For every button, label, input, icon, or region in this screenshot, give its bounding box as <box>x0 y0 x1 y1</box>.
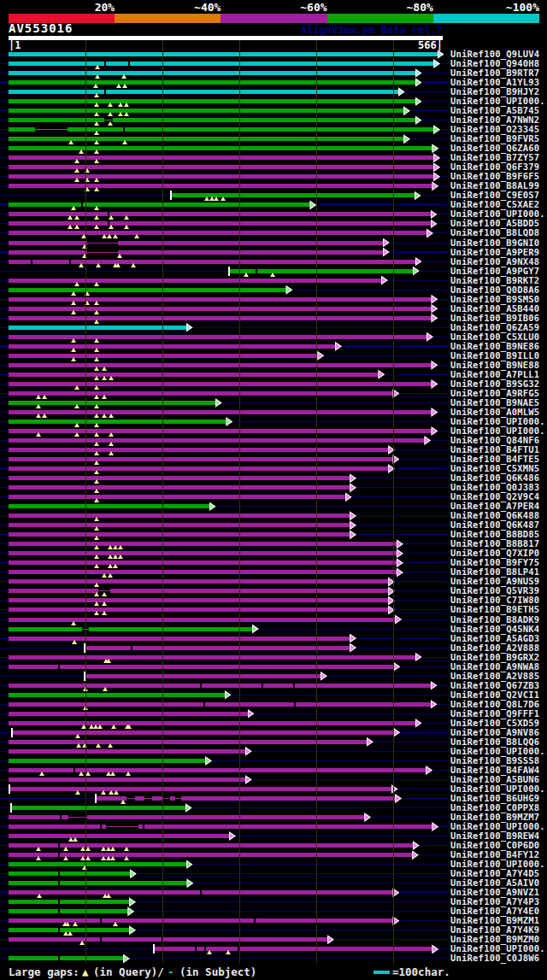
hit-bar[interactable] <box>9 637 350 641</box>
alignment-row[interactable]: UniRef100_Q45NK4 <box>0 625 547 634</box>
hit-bar[interactable] <box>9 570 397 574</box>
alignment-row[interactable]: UniRef100_A9NX48 <box>0 257 547 267</box>
hit-bar[interactable] <box>9 156 434 160</box>
hit-label[interactable]: UniRef100_Q0D8A6 <box>450 285 539 295</box>
hit-bar[interactable] <box>9 721 416 725</box>
hit-label[interactable]: UniRef100_A5AGD3 <box>450 634 539 643</box>
hit-label[interactable]: UniRef100_B8ADK9 <box>450 615 539 625</box>
hit-bar[interactable] <box>9 420 226 424</box>
hit-bar[interactable] <box>9 900 130 904</box>
hit-bar[interactable] <box>9 174 434 179</box>
hit-label[interactable]: UniRef100_A9NWA8 <box>450 662 539 672</box>
hit-bar[interactable] <box>230 269 414 273</box>
hit-bar[interactable] <box>9 495 346 499</box>
hit-bar[interactable] <box>9 118 416 122</box>
hit-bar[interactable] <box>9 448 389 452</box>
alignment-row[interactable]: UniRef100_Q0D8A6 <box>0 285 547 295</box>
hit-bar[interactable] <box>9 288 286 292</box>
alignment-row[interactable]: UniRef100_B9ETH5 <box>0 605 547 614</box>
hit-bar[interactable] <box>9 391 393 396</box>
hit-bar[interactable] <box>9 326 187 330</box>
hit-bar[interactable] <box>85 646 350 650</box>
hit-bar[interactable] <box>9 759 206 763</box>
alignment-row[interactable]: UniRef100_A2V888 <box>0 643 547 653</box>
hit-bar[interactable] <box>9 843 414 848</box>
hit-bar[interactable] <box>9 824 432 829</box>
hit-bar[interactable] <box>13 731 394 735</box>
hit-bar[interactable] <box>9 607 389 612</box>
hit-bar[interactable] <box>9 202 310 207</box>
hit-bar[interactable] <box>9 560 397 565</box>
hit-label[interactable]: UniRef100_B9GRX2 <box>450 653 539 662</box>
hit-bar[interactable] <box>9 815 365 819</box>
hit-bar[interactable] <box>9 513 350 518</box>
hit-label[interactable]: UniRef100_B9RKT2 <box>450 276 539 285</box>
hit-bar[interactable] <box>9 618 396 622</box>
hit-bar[interactable] <box>9 90 399 94</box>
hit-bar[interactable] <box>9 627 253 631</box>
hit-bar[interactable] <box>9 768 426 772</box>
hit-bar[interactable] <box>9 485 350 490</box>
hit-bar[interactable] <box>9 956 124 960</box>
hit-bar[interactable] <box>9 52 438 56</box>
hit-label[interactable]: UniRef100_A2V885 <box>450 672 539 681</box>
hit-bar[interactable] <box>9 410 432 414</box>
alignment-row[interactable]: UniRef100_A5AGD3 <box>0 634 547 643</box>
hit-bar[interactable] <box>9 551 397 555</box>
hit-bar[interactable] <box>9 579 389 584</box>
hit-bar[interactable] <box>12 806 186 810</box>
hit-bar[interactable] <box>9 80 416 85</box>
hit-bar[interactable] <box>9 749 246 754</box>
hit-bar[interactable] <box>9 457 393 461</box>
alignment-row[interactable]: UniRef100_C0J8W6 <box>0 954 547 963</box>
hit-bar[interactable] <box>9 684 432 688</box>
hit-bar[interactable] <box>10 787 392 791</box>
hit-label[interactable]: UniRef100_B8LQD8 <box>450 228 539 238</box>
hit-bar[interactable] <box>9 532 350 537</box>
hit-bar[interactable] <box>9 438 425 443</box>
hit-label[interactable]: UniRef100_B9ETH5 <box>450 605 539 614</box>
alignment-row[interactable]: UniRef100_B9GNI0 <box>0 238 547 248</box>
hit-bar[interactable] <box>9 693 226 697</box>
hit-label[interactable]: UniRef100_A2V888 <box>450 643 539 653</box>
hit-bar[interactable] <box>9 71 416 75</box>
hit-bar[interactable] <box>9 881 187 885</box>
hit-bar[interactable] <box>9 241 384 245</box>
hit-bar[interactable] <box>9 862 187 866</box>
hit-bar[interactable] <box>9 853 413 857</box>
hit-bar[interactable] <box>9 354 318 358</box>
hit-bar[interactable] <box>9 184 432 188</box>
hit-label[interactable]: UniRef100_A9NX48 <box>450 257 539 267</box>
hit-label[interactable]: UniRef100_A9PER9 <box>450 248 539 257</box>
hit-bar[interactable] <box>9 429 432 433</box>
hit-bar[interactable] <box>9 702 432 707</box>
hit-label[interactable]: UniRef100_C0J8W6 <box>450 954 539 963</box>
alignment-row[interactable]: UniRef100_B9RKT2 <box>0 276 547 285</box>
hit-bar[interactable] <box>97 796 396 801</box>
alignment-row[interactable]: UniRef100_A9PGY7 <box>0 267 547 276</box>
hit-bar[interactable] <box>9 99 416 103</box>
hit-label[interactable]: UniRef100_A9PGY7 <box>450 267 539 276</box>
hit-bar[interactable] <box>9 871 131 876</box>
alignment-row[interactable]: UniRef100_A9PER9 <box>0 248 547 257</box>
hit-label[interactable]: UniRef100_B9GNI0 <box>450 238 539 248</box>
hit-bar[interactable] <box>9 250 384 255</box>
hit-bar[interactable] <box>9 665 394 669</box>
alignment-row[interactable]: UniRef100_B8LQD8 <box>0 228 547 238</box>
hit-bar[interactable] <box>9 778 246 782</box>
hit-bar[interactable] <box>9 231 427 235</box>
alignment-row[interactable]: UniRef100_A9NWA8 <box>0 662 547 672</box>
hit-bar[interactable] <box>9 373 379 377</box>
hit-bar[interactable] <box>9 542 397 546</box>
hit-label[interactable]: UniRef100_Q45NK4 <box>450 625 539 634</box>
hit-bar[interactable] <box>9 363 432 367</box>
hit-bar[interactable] <box>85 674 321 678</box>
hit-bar[interactable] <box>9 937 328 942</box>
hit-bar[interactable] <box>9 523 350 527</box>
hit-bar[interactable] <box>9 909 128 913</box>
alignment-row[interactable]: UniRef100_B9GRX2 <box>0 653 547 662</box>
hit-bar[interactable] <box>9 598 389 602</box>
hit-bar[interactable] <box>9 589 389 593</box>
hit-bar[interactable] <box>9 504 210 508</box>
hit-bar[interactable] <box>9 655 416 660</box>
